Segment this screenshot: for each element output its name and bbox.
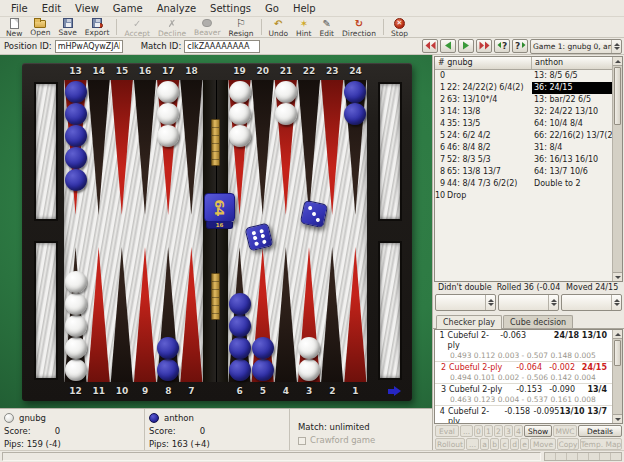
button-d[interactable]: d (510, 438, 519, 450)
toolbar-button-decline[interactable]: ✗Decline (154, 17, 190, 37)
doubling-cube[interactable]: 64 16 (204, 193, 235, 229)
button-4[interactable]: 4 (514, 425, 523, 437)
move-list-row[interactable]: 524: 6/2 4/266: 22/16(2) 13/7(2) (435, 130, 612, 142)
button-copy[interactable]: Copy (557, 438, 579, 450)
anthon-move[interactable]: 64: 10/4 8/4 (532, 118, 612, 130)
toolbar-button-save[interactable]: Save (54, 17, 80, 37)
button-3[interactable]: 3 (504, 425, 513, 437)
anthon-move[interactable]: 32: 24/22 13/10 (532, 106, 612, 118)
move-list[interactable]: # gnubg anthon 013: 8/5 6/5122: 24/22(2)… (434, 56, 623, 282)
button-temp-map[interactable]: Temp. Map (580, 438, 622, 450)
anthon-move[interactable]: 64: 13/7 10/6 (532, 166, 612, 178)
combo-spinner-icon[interactable] (611, 295, 621, 310)
button-0[interactable]: 0 (474, 425, 483, 437)
analysis-move-row[interactable]: 3Cubeful 2-ply-0.153-0.09013/40.463 0.12… (435, 384, 612, 406)
menu-item-go[interactable]: Go (258, 2, 286, 15)
button-[interactable]: ... (460, 425, 473, 437)
white-checker-point-12[interactable] (65, 271, 87, 293)
decision-combo-1[interactable] (435, 294, 496, 311)
toolbar-button-hint[interactable]: ✶Hint (292, 17, 315, 37)
analysis-move-row[interactable]: 1Cubeful 2-ply-0.06324/18 13/100.493 0.1… (435, 330, 612, 362)
combo-spinner-icon[interactable] (611, 40, 621, 53)
blue-checker-point-13[interactable] (65, 81, 87, 103)
column-header-gnubg[interactable]: # gnubg (435, 57, 532, 69)
white-checker-point-12[interactable] (65, 359, 87, 381)
white-checker-point-21[interactable] (275, 103, 297, 125)
scroll-up-icon[interactable] (613, 57, 622, 66)
combo-spinner-icon[interactable] (548, 295, 558, 310)
blue-checker-point-13[interactable] (65, 103, 87, 125)
game-selector-combo[interactable]: Game 1: gnubg 0, anth (530, 39, 622, 54)
scroll-thumb[interactable] (614, 340, 621, 366)
toolbar-button-accept[interactable]: ✓Accept (120, 17, 154, 37)
blue-checker-point-5[interactable] (252, 359, 274, 381)
nav-previous-button[interactable] (440, 39, 456, 53)
move-list-row[interactable]: 122: 24/22(2) 6/4(2)36: 24/15 (435, 82, 612, 94)
analysis-scrollbar[interactable] (612, 330, 622, 423)
button-[interactable]: ... (466, 438, 479, 450)
menu-item-help[interactable]: Help (286, 2, 323, 15)
toolbar-button-beaver[interactable]: Beaver (190, 17, 225, 37)
combo-spinner-icon[interactable] (485, 295, 495, 310)
move-list-row[interactable]: 013: 8/5 6/5 (435, 70, 612, 82)
menu-item-analyze[interactable]: Analyze (150, 2, 203, 15)
blue-checker-point-6[interactable] (229, 337, 251, 359)
anthon-move[interactable]: 66: 22/16(2) 13/7(2) (532, 130, 612, 142)
white-checker-point-12[interactable] (65, 337, 87, 359)
analysis-move-row[interactable]: 4Cubeful 2-ply-0.158-0.09513/10 13/70.46… (435, 406, 612, 424)
white-checker-point-12[interactable] (65, 293, 87, 315)
white-checker-point-19[interactable] (229, 103, 251, 125)
move-list-scrollbar[interactable] (612, 57, 622, 281)
blue-checker-point-6[interactable] (229, 315, 251, 337)
anthon-move[interactable]: 13: 8/5 6/5 (532, 70, 612, 82)
toolbar-button-export[interactable]: Export (81, 17, 114, 37)
blue-checker-point-13[interactable] (65, 169, 87, 191)
crawford-checkbox[interactable] (298, 437, 306, 445)
white-checker-point-3[interactable] (298, 359, 320, 381)
nav-last-button[interactable] (476, 39, 492, 53)
move-list-row[interactable]: 944: 8/4 7/3 6/2(2)Double to 2 (435, 178, 612, 190)
backgammon-board[interactable]: 64 16 1314151617181920212223241211109876… (0, 55, 432, 408)
move-list-row[interactable]: 435: 13/564: 10/4 8/4 (435, 118, 612, 130)
blue-checker-point-13[interactable] (65, 147, 87, 169)
button-a[interactable]: a (480, 438, 489, 450)
menu-item-file[interactable]: File (4, 2, 35, 15)
move-list-row[interactable]: 314: 13/832: 24/22 13/10 (435, 106, 612, 118)
blue-checker-point-6[interactable] (229, 359, 251, 381)
button-eval[interactable]: Eval (435, 425, 459, 437)
die-showing-3[interactable] (300, 200, 328, 228)
tab-cube-decision[interactable]: Cube decision (503, 315, 573, 328)
button-details[interactable]: Details (578, 425, 622, 437)
anthon-move[interactable]: 31: 8/4 (532, 142, 612, 154)
move-list-row[interactable]: 865: 13/8 13/764: 13/7 10/6 (435, 166, 612, 178)
toolbar-button-open[interactable]: Open (26, 17, 54, 37)
button-mwc[interactable]: MWC (553, 425, 577, 437)
button-show[interactable]: Show (524, 425, 552, 437)
anthon-move-selected[interactable]: 36: 24/15 (532, 82, 612, 94)
white-checker-point-19[interactable] (229, 125, 251, 147)
toolbar-button-undo[interactable]: ↶Undo (265, 17, 293, 37)
toolbar-button-direction[interactable]: ↻Direction (338, 17, 380, 37)
button-move[interactable]: Move (530, 438, 556, 450)
blue-checker-point-13[interactable] (65, 125, 87, 147)
move-list-row[interactable]: 752: 8/3 5/336: 16/13 16/10 (435, 154, 612, 166)
menu-item-view[interactable]: View (68, 2, 106, 15)
decision-combo-2[interactable] (498, 294, 559, 311)
white-checker-point-12[interactable] (65, 315, 87, 337)
checker-play-list[interactable]: 1Cubeful 2-ply-0.06324/18 13/100.493 0.1… (434, 329, 623, 424)
button-rollout[interactable]: Rollout (435, 438, 465, 450)
button-b[interactable]: b (490, 438, 499, 450)
nav-previous-marked-button[interactable]: ? (494, 39, 510, 53)
anthon-move[interactable]: 36: 16/13 16/10 (532, 154, 612, 166)
nav-next-button[interactable] (458, 39, 474, 53)
tab-checker-play[interactable]: Checker play (436, 315, 502, 329)
toolbar-button-new[interactable]: New (2, 17, 26, 37)
analysis-move-row[interactable]: 2Cubeful 2-ply-0.064-0.00224/150.494 0.1… (435, 362, 612, 384)
white-checker-point-21[interactable] (275, 81, 297, 103)
button-1[interactable]: 1 (484, 425, 493, 437)
nav-next-marked-button[interactable]: ? (512, 39, 528, 53)
position-id-input[interactable] (55, 40, 123, 53)
decision-combo-3[interactable] (561, 294, 622, 311)
blue-checker-point-5[interactable] (252, 337, 274, 359)
move-list-row[interactable]: 10Drop (435, 190, 612, 202)
